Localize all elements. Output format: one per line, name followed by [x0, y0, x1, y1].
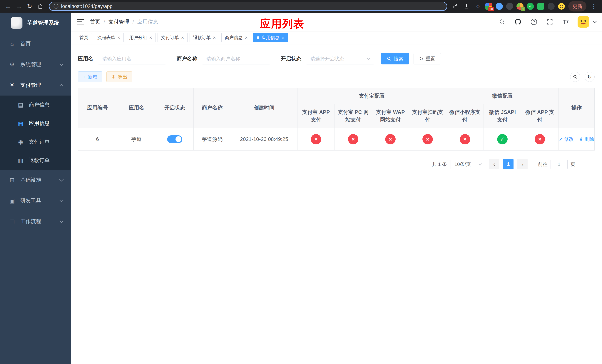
tab-user-group[interactable]: 用户分组×	[126, 33, 155, 43]
browser-toolbar: ← → ↻ ⓘ localhost:1024/pay/app ☆ 10 1 ✓ …	[0, 0, 602, 13]
close-icon[interactable]: ×	[281, 35, 284, 40]
merchant-name-label: 商户名称	[177, 55, 197, 62]
col-wx-app: 微信 APP 支付	[521, 104, 559, 128]
reset-button[interactable]: ↻ 重置	[414, 53, 441, 64]
page-size-select[interactable]: 10条/页	[451, 159, 485, 169]
close-icon[interactable]: ×	[149, 35, 152, 40]
chevron-down-icon[interactable]	[593, 20, 597, 23]
bookmark-star-icon[interactable]: ☆	[474, 2, 482, 10]
extension-green-icon[interactable]	[537, 3, 544, 10]
edit-button[interactable]: 修改	[559, 136, 574, 142]
password-key-icon[interactable]	[451, 2, 459, 10]
browser-menu-icon[interactable]: ⋮	[590, 2, 598, 10]
app-table: 应用编号 应用名 开启状态 商户名称 创建时间 支付宝配置 微信配置 操作 支付…	[78, 88, 595, 150]
extension-grid-icon[interactable]: 10	[485, 3, 492, 10]
github-icon[interactable]	[514, 18, 522, 26]
status-select[interactable]: 请选择开启状态	[306, 53, 374, 64]
share-icon[interactable]	[462, 2, 471, 10]
extension-multi-icon[interactable]: 1	[516, 3, 524, 10]
search-button[interactable]: 搜索	[381, 53, 409, 64]
tab-app-info[interactable]: 应用信息×	[253, 33, 288, 43]
avatar[interactable]	[578, 16, 589, 28]
chevron-down-icon	[59, 219, 64, 223]
cell-wx-jsapi: ✓	[484, 128, 521, 150]
tab-process-form[interactable]: 流程表单×	[94, 33, 124, 43]
status-pass-icon: ✓	[497, 134, 508, 144]
cell-alipay-app: ×	[298, 128, 335, 150]
forward-icon[interactable]: →	[14, 1, 24, 11]
home-icon: ⌂	[8, 40, 16, 47]
status-label: 开启状态	[281, 55, 301, 62]
merchant-name-input-wrap	[202, 53, 270, 64]
col-app-id: 应用编号	[78, 88, 117, 128]
tab-refund-orders[interactable]: 退款订单×	[190, 33, 219, 43]
goto-page-input[interactable]	[550, 159, 568, 169]
refresh-table-icon[interactable]: ↻	[585, 72, 595, 82]
browser-update-button[interactable]: 更新	[568, 1, 586, 11]
col-alipay-qr: 支付宝扫码支付	[409, 104, 446, 128]
home-icon[interactable]	[35, 1, 45, 11]
sidebar-toggle-icon[interactable]	[77, 18, 85, 26]
cell-alipay-wap: ×	[372, 128, 409, 150]
address-bar[interactable]: ⓘ localhost:1024/pay/app	[49, 2, 447, 11]
col-created: 创建时间	[231, 88, 298, 128]
app-name-label: 应用名	[78, 55, 93, 62]
export-button[interactable]: ↧ 导出	[107, 72, 132, 82]
sidebar-item-infrastructure[interactable]: ⊞ 基础设施	[0, 170, 71, 190]
sidebar-item-merchant-info[interactable]: ▤ 商户信息	[0, 96, 71, 114]
payment-submenu: ▤ 商户信息 ▦ 应用信息 ◉ 支付订单 ▥ 退款订单	[0, 96, 71, 170]
site-info-icon[interactable]: ⓘ	[54, 3, 58, 10]
extension-dark-icon[interactable]	[506, 3, 513, 10]
breadcrumb-current: 应用信息	[137, 18, 158, 25]
search-icon[interactable]	[498, 18, 506, 26]
tab-home[interactable]: 首页	[76, 33, 92, 43]
sidebar-item-pay-orders[interactable]: ◉ 支付订单	[0, 133, 71, 151]
app-logo-row: 芋道管理系统	[0, 13, 71, 33]
status-toggle[interactable]	[167, 135, 182, 143]
tab-merchant-info[interactable]: 商户信息×	[221, 33, 251, 43]
total-count: 共 1 条	[432, 161, 447, 168]
sidebar-item-payment[interactable]: ¥ 支付管理	[0, 75, 71, 96]
status-fail-icon: ×	[385, 134, 396, 144]
extension-blue-icon[interactable]	[496, 3, 503, 10]
tab-pay-orders[interactable]: 支付订单×	[158, 33, 187, 43]
next-page-button[interactable]: ›	[517, 159, 527, 169]
help-icon[interactable]: ?	[530, 18, 538, 26]
top-navbar: 首页 / 支付管理 / 应用信息 ? TT	[71, 13, 602, 31]
font-size-icon[interactable]: TT	[562, 18, 570, 26]
prev-page-button[interactable]: ‹	[489, 159, 499, 169]
add-button[interactable]: + 新增	[78, 72, 102, 82]
toggle-search-icon[interactable]	[570, 72, 580, 82]
extension-puzzle-icon[interactable]	[548, 3, 555, 10]
breadcrumb-home[interactable]: 首页	[90, 18, 100, 25]
close-icon[interactable]: ×	[117, 35, 120, 40]
back-icon[interactable]: ←	[3, 1, 13, 11]
status-fail-icon: ×	[348, 134, 358, 144]
sidebar-item-dev-tools[interactable]: ▣ 研发工具	[0, 190, 71, 211]
refresh-icon[interactable]: ↻	[25, 1, 34, 11]
breadcrumb-payment[interactable]: 支付管理	[108, 18, 129, 25]
col-merchant: 商户名称	[194, 88, 231, 128]
extension-check-icon[interactable]: ✓	[527, 3, 534, 10]
col-group-wechat: 微信配置	[446, 88, 559, 104]
extension-smiley-icon[interactable]	[558, 3, 565, 10]
status-fail-icon: ×	[422, 134, 433, 144]
merchant-name-input[interactable]	[206, 56, 266, 62]
cell-wx-mini: ×	[446, 128, 484, 150]
close-icon[interactable]: ×	[181, 35, 184, 40]
sidebar-item-refund-orders[interactable]: ▥ 退款订单	[0, 151, 71, 170]
sidebar-item-system[interactable]: ⚙ 系统管理	[0, 54, 71, 75]
app-title: 芋道管理系统	[27, 19, 59, 27]
yen-icon: ¥	[8, 82, 16, 89]
sidebar-item-app-info[interactable]: ▦ 应用信息	[0, 114, 71, 133]
sidebar-item-workflow[interactable]: ▢ 工作流程	[0, 211, 71, 232]
close-icon[interactable]: ×	[213, 35, 216, 40]
close-icon[interactable]: ×	[245, 35, 248, 40]
table-row: 6 芋道 芋道源码 2021-10-23 08:49:25 × × × × × …	[78, 128, 595, 150]
col-status: 开启状态	[156, 88, 194, 128]
fullscreen-icon[interactable]	[546, 18, 554, 26]
sidebar-item-home[interactable]: ⌂ 首页	[0, 33, 71, 54]
delete-button[interactable]: 删除	[579, 136, 594, 142]
page-1-button[interactable]: 1	[503, 159, 514, 169]
app-name-input[interactable]	[102, 56, 161, 62]
